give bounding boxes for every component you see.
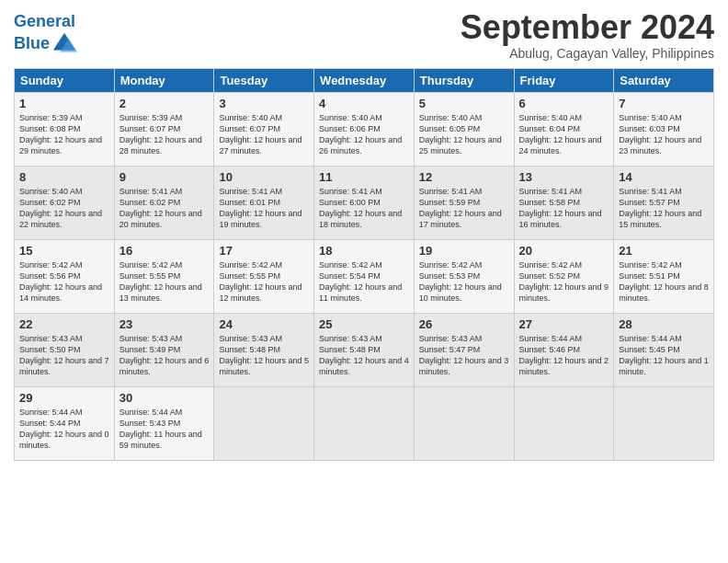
column-header-friday: Friday — [514, 68, 614, 92]
calendar-cell: 5Sunrise: 5:40 AM Sunset: 6:05 PM Daylig… — [414, 92, 514, 166]
calendar-table: SundayMondayTuesdayWednesdayThursdayFrid… — [14, 68, 714, 461]
calendar-cell: 27Sunrise: 5:44 AM Sunset: 5:46 PM Dayli… — [514, 313, 614, 386]
calendar-cell: 28Sunrise: 5:44 AM Sunset: 5:45 PM Dayli… — [614, 313, 714, 386]
week-row-4: 22Sunrise: 5:43 AM Sunset: 5:50 PM Dayli… — [15, 313, 714, 386]
page-header: General Blue September 2024 Abulug, Caga… — [14, 9, 714, 61]
calendar-cell: 25Sunrise: 5:43 AM Sunset: 5:48 PM Dayli… — [314, 313, 415, 386]
calendar-cell — [214, 386, 314, 460]
calendar-cell: 7Sunrise: 5:40 AM Sunset: 6:03 PM Daylig… — [614, 92, 714, 166]
page-container: General Blue September 2024 Abulug, Caga… — [0, 0, 728, 470]
cell-content: Sunrise: 5:42 AM Sunset: 5:51 PM Dayligh… — [619, 259, 709, 304]
calendar-cell: 3Sunrise: 5:40 AM Sunset: 6:07 PM Daylig… — [214, 92, 314, 166]
cell-content: Sunrise: 5:42 AM Sunset: 5:54 PM Dayligh… — [319, 259, 409, 304]
cell-content: Sunrise: 5:43 AM Sunset: 5:50 PM Dayligh… — [19, 333, 109, 378]
day-number: 1 — [19, 97, 109, 110]
cell-content: Sunrise: 5:42 AM Sunset: 5:52 PM Dayligh… — [519, 259, 609, 304]
calendar-cell — [314, 386, 415, 460]
calendar-cell: 13Sunrise: 5:41 AM Sunset: 5:58 PM Dayli… — [514, 166, 614, 239]
cell-content: Sunrise: 5:43 AM Sunset: 5:48 PM Dayligh… — [319, 333, 409, 378]
calendar-cell: 21Sunrise: 5:42 AM Sunset: 5:51 PM Dayli… — [614, 239, 714, 313]
calendar-cell: 11Sunrise: 5:41 AM Sunset: 6:00 PM Dayli… — [314, 166, 415, 239]
title-block: September 2024 Abulug, Cagayan Valley, P… — [461, 9, 714, 61]
cell-content: Sunrise: 5:40 AM Sunset: 6:04 PM Dayligh… — [519, 112, 609, 157]
calendar-cell: 30Sunrise: 5:44 AM Sunset: 5:43 PM Dayli… — [114, 386, 214, 460]
cell-content: Sunrise: 5:40 AM Sunset: 6:05 PM Dayligh… — [419, 112, 509, 157]
day-number: 17 — [219, 244, 309, 258]
calendar-cell: 22Sunrise: 5:43 AM Sunset: 5:50 PM Dayli… — [15, 313, 115, 386]
day-number: 6 — [519, 97, 609, 110]
day-number: 19 — [419, 244, 509, 258]
day-number: 10 — [219, 170, 309, 184]
week-row-5: 29Sunrise: 5:44 AM Sunset: 5:44 PM Dayli… — [15, 386, 714, 460]
calendar-cell: 9Sunrise: 5:41 AM Sunset: 6:02 PM Daylig… — [114, 166, 214, 239]
day-number: 2 — [119, 97, 210, 110]
column-header-tuesday: Tuesday — [214, 68, 314, 92]
cell-content: Sunrise: 5:41 AM Sunset: 5:57 PM Dayligh… — [619, 186, 709, 231]
calendar-cell: 29Sunrise: 5:44 AM Sunset: 5:44 PM Dayli… — [15, 386, 115, 460]
logo-text: General — [14, 13, 77, 31]
header-row: SundayMondayTuesdayWednesdayThursdayFrid… — [15, 68, 714, 92]
day-number: 11 — [319, 170, 409, 184]
calendar-cell: 14Sunrise: 5:41 AM Sunset: 5:57 PM Dayli… — [614, 166, 714, 239]
day-number: 18 — [319, 244, 409, 258]
cell-content: Sunrise: 5:39 AM Sunset: 6:08 PM Dayligh… — [19, 112, 109, 157]
column-header-thursday: Thursday — [414, 68, 514, 92]
week-row-3: 15Sunrise: 5:42 AM Sunset: 5:56 PM Dayli… — [15, 239, 714, 313]
calendar-cell: 20Sunrise: 5:42 AM Sunset: 5:52 PM Dayli… — [514, 239, 614, 313]
cell-content: Sunrise: 5:44 AM Sunset: 5:45 PM Dayligh… — [619, 333, 709, 378]
cell-content: Sunrise: 5:41 AM Sunset: 6:02 PM Dayligh… — [119, 186, 210, 231]
cell-content: Sunrise: 5:44 AM Sunset: 5:43 PM Dayligh… — [119, 407, 210, 452]
calendar-cell — [614, 386, 714, 460]
calendar-cell: 8Sunrise: 5:40 AM Sunset: 6:02 PM Daylig… — [15, 166, 115, 239]
day-number: 9 — [119, 170, 210, 184]
cell-content: Sunrise: 5:43 AM Sunset: 5:47 PM Dayligh… — [419, 333, 509, 378]
day-number: 16 — [119, 244, 210, 258]
day-number: 8 — [19, 170, 109, 184]
cell-content: Sunrise: 5:40 AM Sunset: 6:03 PM Dayligh… — [619, 112, 709, 157]
week-row-1: 1Sunrise: 5:39 AM Sunset: 6:08 PM Daylig… — [15, 92, 714, 166]
day-number: 28 — [619, 317, 709, 331]
cell-content: Sunrise: 5:41 AM Sunset: 5:59 PM Dayligh… — [419, 186, 509, 231]
location: Abulug, Cagayan Valley, Philippines — [461, 46, 714, 61]
logo-blue-text: Blue — [14, 35, 50, 53]
day-number: 27 — [519, 317, 609, 331]
calendar-cell: 12Sunrise: 5:41 AM Sunset: 5:59 PM Dayli… — [414, 166, 514, 239]
calendar-cell — [414, 386, 514, 460]
cell-content: Sunrise: 5:43 AM Sunset: 5:49 PM Dayligh… — [119, 333, 210, 378]
cell-content: Sunrise: 5:41 AM Sunset: 6:01 PM Dayligh… — [219, 186, 309, 231]
cell-content: Sunrise: 5:40 AM Sunset: 6:06 PM Dayligh… — [319, 112, 409, 157]
column-header-monday: Monday — [114, 68, 214, 92]
day-number: 14 — [619, 170, 709, 184]
day-number: 4 — [319, 97, 409, 110]
month-title: September 2024 — [461, 9, 714, 46]
logo-icon — [51, 31, 77, 57]
day-number: 3 — [219, 97, 309, 110]
day-number: 25 — [319, 317, 409, 331]
calendar-cell: 17Sunrise: 5:42 AM Sunset: 5:55 PM Dayli… — [214, 239, 314, 313]
cell-content: Sunrise: 5:42 AM Sunset: 5:53 PM Dayligh… — [419, 259, 509, 304]
cell-content: Sunrise: 5:39 AM Sunset: 6:07 PM Dayligh… — [119, 112, 210, 157]
day-number: 26 — [419, 317, 509, 331]
day-number: 22 — [19, 317, 109, 331]
day-number: 13 — [519, 170, 609, 184]
calendar-cell: 18Sunrise: 5:42 AM Sunset: 5:54 PM Dayli… — [314, 239, 415, 313]
day-number: 21 — [619, 244, 709, 258]
day-number: 5 — [419, 97, 509, 110]
calendar-cell: 4Sunrise: 5:40 AM Sunset: 6:06 PM Daylig… — [314, 92, 415, 166]
calendar-cell: 15Sunrise: 5:42 AM Sunset: 5:56 PM Dayli… — [15, 239, 115, 313]
cell-content: Sunrise: 5:44 AM Sunset: 5:44 PM Dayligh… — [19, 407, 109, 452]
calendar-cell: 1Sunrise: 5:39 AM Sunset: 6:08 PM Daylig… — [15, 92, 115, 166]
column-header-wednesday: Wednesday — [314, 68, 415, 92]
week-row-2: 8Sunrise: 5:40 AM Sunset: 6:02 PM Daylig… — [15, 166, 714, 239]
day-number: 7 — [619, 97, 709, 110]
calendar-cell: 10Sunrise: 5:41 AM Sunset: 6:01 PM Dayli… — [214, 166, 314, 239]
calendar-cell: 16Sunrise: 5:42 AM Sunset: 5:55 PM Dayli… — [114, 239, 214, 313]
cell-content: Sunrise: 5:42 AM Sunset: 5:56 PM Dayligh… — [19, 259, 109, 304]
column-header-saturday: Saturday — [614, 68, 714, 92]
cell-content: Sunrise: 5:40 AM Sunset: 6:02 PM Dayligh… — [19, 186, 109, 231]
calendar-cell: 24Sunrise: 5:43 AM Sunset: 5:48 PM Dayli… — [214, 313, 314, 386]
day-number: 12 — [419, 170, 509, 184]
calendar-cell: 6Sunrise: 5:40 AM Sunset: 6:04 PM Daylig… — [514, 92, 614, 166]
day-number: 23 — [119, 317, 210, 331]
day-number: 30 — [119, 391, 210, 405]
